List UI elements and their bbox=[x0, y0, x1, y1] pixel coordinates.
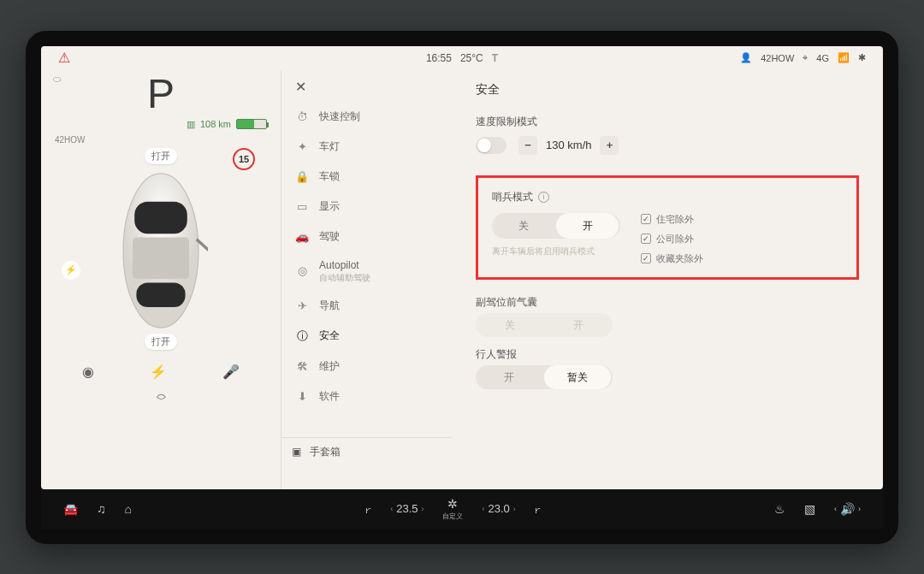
bluetooth-icon[interactable]: ✱ bbox=[858, 52, 866, 63]
safety-settings-panel: 安全 速度限制模式 − 130 km/h + 哨兵模式 i bbox=[452, 70, 883, 489]
bottom-dock: 🚘 ♫ ⌂ 𐑾 ‹23.5› ✲自定义 ‹23.0› 𐑾 ♨ ▧ ‹🔊› bbox=[41, 489, 883, 529]
sentry-on-option[interactable]: 开 bbox=[556, 213, 619, 239]
signal-icon: 📶 bbox=[838, 52, 850, 63]
glovebox-button[interactable]: ▣ 手套箱 bbox=[281, 437, 452, 466]
nav-service[interactable]: 🛠维护 bbox=[281, 352, 452, 382]
exclude-favorites-checkbox[interactable]: ✓收藏夹除外 bbox=[641, 252, 703, 265]
left-profile-name[interactable]: 42HOW bbox=[55, 135, 267, 145]
wiper-icon[interactable]: ⌔ bbox=[55, 390, 267, 408]
battery-icon: ▥ bbox=[187, 119, 195, 130]
display-icon: ▭ bbox=[295, 200, 309, 213]
sentry-mode-section: 哨兵模式 i 关 开 离开车辆后将启用哨兵模式 ✓住宅除外 bbox=[476, 175, 859, 280]
check-icon: ✓ bbox=[641, 234, 651, 244]
gps-icon: ⌖ bbox=[803, 52, 808, 63]
status-temperature: 25°C bbox=[460, 52, 483, 64]
dock-right-temp[interactable]: ‹23.0› bbox=[482, 502, 515, 515]
battery-level-bar bbox=[236, 119, 267, 129]
dock-defrost-rear-icon[interactable]: ▧ bbox=[804, 502, 815, 516]
sentry-info-icon[interactable]: i bbox=[538, 192, 549, 203]
dock-left-seat-heater-icon[interactable]: 𐑾 bbox=[365, 502, 371, 516]
speed-limit-stepper: − 130 km/h + bbox=[518, 136, 619, 155]
charge-port-icon[interactable]: ⚡ bbox=[62, 261, 80, 280]
vehicle-panel: ⬭ P ▥ 108 km 42HOW 15 打开 bbox=[41, 70, 281, 489]
dock-apps-icon[interactable]: ⌂ bbox=[125, 502, 132, 516]
dock-fan-button[interactable]: ✲自定义 bbox=[442, 497, 463, 521]
speed-limit-value: 130 km/h bbox=[546, 139, 591, 151]
steering-icon: ◎ bbox=[295, 264, 309, 277]
exclude-home-checkbox[interactable]: ✓住宅除外 bbox=[641, 213, 703, 226]
status-time: 16:55 bbox=[426, 52, 452, 64]
frunk-icon[interactable]: ⬭ bbox=[53, 74, 61, 85]
sentry-off-option[interactable]: 关 bbox=[492, 213, 554, 239]
svg-rect-3 bbox=[136, 282, 185, 307]
nav-driving[interactable]: 🚗驾驶 bbox=[281, 222, 452, 251]
airbag-off-option[interactable]: 关 bbox=[476, 313, 544, 337]
pedestrian-temp-off-option[interactable]: 暂关 bbox=[544, 365, 611, 389]
nav-quick-controls[interactable]: ⏱快速控制 bbox=[281, 102, 452, 132]
compass-icon: ✈ bbox=[295, 299, 309, 312]
sentry-mode-note: 离开车辆后将启用哨兵模式 bbox=[492, 246, 620, 257]
panel-title: 安全 bbox=[476, 82, 859, 98]
nav-safety[interactable]: ⓘ安全 bbox=[281, 321, 452, 352]
fan-icon: ✲ bbox=[447, 497, 458, 511]
range-value: 108 km bbox=[200, 119, 231, 129]
voice-command-icon[interactable]: 🎤 bbox=[222, 364, 240, 380]
nav-autopilot[interactable]: ◎Autopilot自动辅助驾驶 bbox=[281, 251, 452, 291]
info-icon: ⓘ bbox=[295, 328, 309, 344]
tesla-logo-icon: T bbox=[492, 52, 498, 64]
dock-music-icon[interactable]: ♫ bbox=[97, 502, 106, 516]
speed-limit-mode-toggle[interactable] bbox=[476, 137, 506, 154]
nav-navigation[interactable]: ✈导航 bbox=[281, 291, 452, 321]
dock-right-seat-heater-icon[interactable]: 𐑾 bbox=[535, 502, 541, 516]
download-icon: ⬇ bbox=[295, 390, 309, 403]
pedestrian-warning-toggle[interactable]: 开 暂关 bbox=[476, 365, 613, 389]
check-icon: ✓ bbox=[641, 214, 651, 224]
passenger-airbag-label: 副驾位前气囊 bbox=[476, 295, 859, 310]
check-icon: ✓ bbox=[641, 253, 651, 263]
status-bar: ⚠ 16:55 25°C T 👤 42HOW ⌖ 4G 📶 ✱ bbox=[41, 46, 883, 70]
nav-lights[interactable]: ✦车灯 bbox=[281, 132, 452, 162]
glovebox-icon: ▣ bbox=[292, 446, 301, 458]
dashcam-icon[interactable]: ◉ bbox=[82, 364, 94, 380]
light-icon: ✦ bbox=[295, 140, 309, 153]
pedestrian-warning-label: 行人警报 bbox=[476, 347, 859, 362]
network-type: 4G bbox=[816, 53, 829, 63]
svg-rect-1 bbox=[134, 201, 187, 233]
dock-car-icon[interactable]: 🚘 bbox=[63, 502, 78, 516]
sentry-mode-label: 哨兵模式 bbox=[492, 190, 533, 204]
sentry-mode-toggle[interactable]: 关 开 bbox=[492, 213, 620, 239]
wrench-icon: 🛠 bbox=[295, 360, 309, 373]
svg-rect-2 bbox=[133, 237, 189, 278]
nav-locks[interactable]: 🔒车锁 bbox=[281, 162, 452, 192]
airbag-warning-icon: ⚠ bbox=[58, 50, 70, 66]
nav-display[interactable]: ▭显示 bbox=[281, 192, 452, 222]
dock-left-temp[interactable]: ‹23.5› bbox=[390, 502, 424, 515]
car-icon: 🚗 bbox=[295, 230, 309, 243]
close-settings-button[interactable]: ✕ bbox=[295, 79, 312, 95]
pedestrian-on-option[interactable]: 开 bbox=[476, 365, 542, 389]
gear-indicator: P bbox=[55, 70, 267, 117]
dock-defrost-front-icon[interactable]: ♨ bbox=[774, 502, 785, 516]
lock-icon: 🔒 bbox=[295, 170, 309, 183]
gauge-icon: ⏱ bbox=[295, 110, 309, 123]
speed-limit-mode-label: 速度限制模式 bbox=[476, 115, 859, 129]
speed-limit-increase-button[interactable]: + bbox=[600, 136, 619, 155]
profile-icon[interactable]: 👤 bbox=[740, 52, 752, 63]
bolt-icon[interactable]: ⚡ bbox=[150, 364, 167, 380]
rear-door-open-label[interactable]: 打开 bbox=[145, 334, 177, 350]
exclude-work-checkbox[interactable]: ✓公司除外 bbox=[641, 233, 703, 246]
airbag-on-option[interactable]: 开 bbox=[544, 313, 613, 337]
passenger-airbag-toggle[interactable]: 关 开 bbox=[476, 313, 613, 337]
front-door-open-label[interactable]: 打开 bbox=[145, 148, 177, 164]
speed-limit-decrease-button[interactable]: − bbox=[518, 136, 537, 155]
nav-software[interactable]: ⬇软件 bbox=[281, 382, 452, 411]
settings-sidebar: ✕ ⏱快速控制 ✦车灯 🔒车锁 ▭显示 🚗驾驶 ◎Autopilot自动辅助驾驶… bbox=[281, 70, 452, 489]
speed-limit-sign: 15 bbox=[233, 148, 255, 170]
car-top-view bbox=[114, 166, 208, 335]
dock-volume-icon[interactable]: ‹🔊› bbox=[834, 502, 861, 516]
status-profile-name[interactable]: 42HOW bbox=[761, 53, 794, 63]
